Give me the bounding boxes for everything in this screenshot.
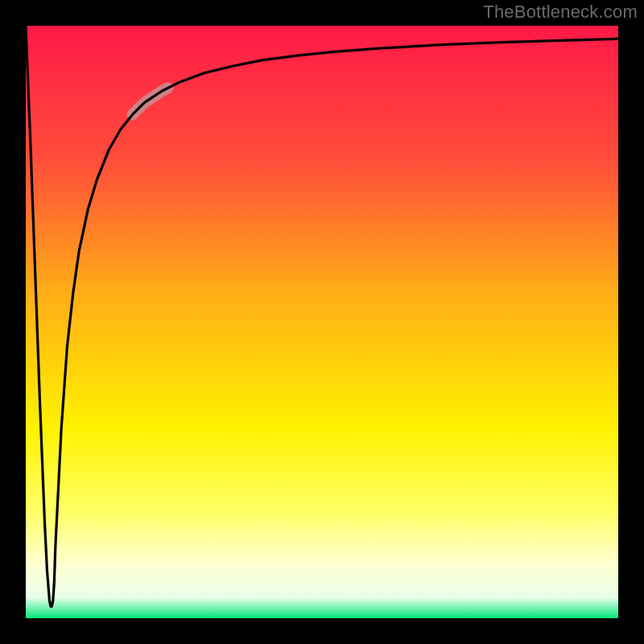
watermark-text: TheBottleneck.com	[483, 2, 638, 23]
chart-svg	[0, 0, 644, 644]
bottleneck-chart: TheBottleneck.com	[0, 0, 644, 644]
gradient-background	[26, 26, 618, 618]
